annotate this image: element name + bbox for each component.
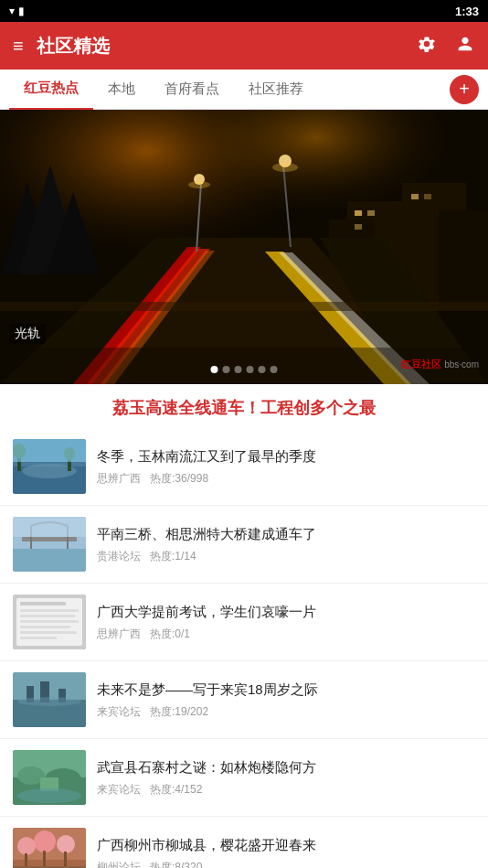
svg-rect-11: [367, 210, 375, 216]
svg-point-25: [188, 181, 210, 188]
news-meta-6: 柳州论坛 热度:8/320: [97, 860, 475, 868]
svg-rect-50: [20, 620, 79, 623]
svg-rect-51: [20, 626, 70, 628]
status-icons: ▾ ▮: [9, 5, 25, 17]
tab-hot[interactable]: 红豆热点: [9, 70, 93, 110]
svg-rect-74: [64, 852, 67, 868]
user-icon[interactable]: [455, 34, 475, 59]
battery-icon: ▮: [18, 5, 25, 17]
dot-4: [247, 366, 254, 373]
news-thumb-4: [13, 672, 86, 727]
svg-point-28: [272, 163, 298, 172]
news-item-2[interactable]: 平南三桥、相思洲特大桥建成通车了 贵港论坛 热度:1/14: [0, 506, 488, 584]
svg-rect-53: [20, 637, 57, 639]
news-thumb-3: [13, 595, 86, 649]
svg-rect-12: [355, 224, 362, 230]
svg-point-71: [57, 835, 75, 853]
svg-rect-38: [13, 439, 86, 462]
svg-point-60: [17, 697, 81, 706]
tab-local[interactable]: 本地: [93, 70, 150, 110]
tab-community[interactable]: 社区推荐: [234, 70, 318, 110]
news-content-5: 武宣县石寨村之谜：如林炮楼隐何方 来宾论坛 热度:4/152: [97, 757, 475, 798]
dot-5: [259, 366, 266, 373]
menu-icon[interactable]: ≡: [13, 36, 24, 57]
svg-rect-13: [411, 194, 419, 199]
svg-rect-72: [25, 853, 27, 868]
news-meta-2: 贵港论坛 热度:1/14: [97, 549, 475, 564]
app-header: ≡ 社区精选: [0, 22, 488, 70]
news-title-5: 武宣县石寨村之谜：如林炮楼隐何方: [97, 757, 475, 777]
dot-3: [235, 366, 242, 373]
news-item-5[interactable]: 武宣县石寨村之谜：如林炮楼隐何方 来宾论坛 热度:4/152: [0, 739, 488, 817]
svg-rect-73: [43, 851, 46, 868]
news-thumb-5: [13, 750, 86, 805]
svg-rect-44: [13, 517, 86, 537]
banner-dots: [211, 366, 278, 373]
news-list: 冬季，玉林南流江又到了最早的季度 思辨广西 热度:36/998 平南三桥、相思洲…: [0, 428, 488, 868]
svg-rect-29: [0, 302, 488, 311]
news-meta-4: 来宾论坛 热度:19/202: [97, 704, 475, 720]
svg-point-69: [17, 837, 36, 855]
news-meta-3: 思辨广西 热度:0/1: [97, 627, 475, 642]
headline: 荔玉高速全线通车！工程创多个之最: [0, 384, 488, 428]
svg-point-70: [34, 830, 56, 852]
svg-rect-52: [20, 631, 77, 634]
banner-label: 光轨: [9, 324, 46, 344]
news-title-6: 广西柳州市柳城县，樱花盛开迎春来: [97, 835, 475, 854]
svg-rect-9: [439, 210, 488, 311]
dot-1: [211, 366, 218, 373]
dot-6: [271, 366, 278, 373]
tab-bar: 红豆热点 本地 首府看点 社区推荐 +: [0, 70, 488, 110]
header-left: ≡ 社区精选: [13, 34, 110, 59]
svg-rect-48: [20, 609, 79, 612]
news-title-3: 广西大学提前考试，学生们哀嚎一片: [97, 602, 475, 621]
news-meta-1: 思辨广西 热度:36/998: [97, 471, 475, 487]
svg-rect-10: [355, 210, 362, 216]
status-time: 1:33: [455, 5, 479, 18]
banner: 光轨 红豆社区 bbs·com: [0, 110, 488, 384]
news-meta-5: 来宾论坛 热度:4/152: [97, 782, 475, 798]
tab-add-button[interactable]: +: [450, 75, 479, 104]
news-content-4: 未来不是梦——写于来宾18周岁之际 来宾论坛 热度:19/202: [97, 680, 475, 720]
camera-icon[interactable]: [417, 34, 437, 59]
news-content-6: 广西柳州市柳城县，樱花盛开迎春来 柳州论坛 热度:8/320: [97, 835, 475, 868]
news-thumb-6: [13, 828, 86, 868]
tab-capital[interactable]: 首府看点: [150, 70, 234, 110]
svg-point-66: [17, 788, 81, 803]
news-content-2: 平南三桥、相思洲特大桥建成通车了 贵港论坛 热度:1/14: [97, 524, 475, 564]
news-title-4: 未来不是梦——写于来宾18周岁之际: [97, 680, 475, 699]
dot-2: [223, 366, 230, 373]
svg-rect-49: [20, 615, 75, 617]
news-item-1[interactable]: 冬季，玉林南流江又到了最早的季度 思辨广西 热度:36/998: [0, 428, 488, 506]
news-content-3: 广西大学提前考试，学生们哀嚎一片 思辨广西 热度:0/1: [97, 602, 475, 642]
svg-rect-40: [13, 549, 86, 572]
news-item-6[interactable]: 广西柳州市柳城县，樱花盛开迎春来 柳州论坛 热度:8/320: [0, 817, 488, 868]
news-title-1: 冬季，玉林南流江又到了最早的季度: [97, 446, 475, 466]
status-bar: ▾ ▮ 1:33: [0, 0, 488, 22]
news-item-3[interactable]: 广西大学提前考试，学生们哀嚎一片 思辨广西 热度:0/1: [0, 584, 488, 661]
news-item-4[interactable]: 未来不是梦——写于来宾18周岁之际 来宾论坛 热度:19/202: [0, 661, 488, 739]
news-thumb-1: [13, 439, 86, 494]
header-title: 社区精选: [37, 34, 110, 59]
header-right: [417, 34, 475, 59]
news-thumb-2: [13, 517, 86, 572]
news-content-1: 冬季，玉林南流江又到了最早的季度 思辨广西 热度:36/998: [97, 446, 475, 487]
news-title-2: 平南三桥、相思洲特大桥建成通车了: [97, 524, 475, 543]
banner-watermark: 红豆社区 bbs·com: [401, 358, 479, 371]
svg-rect-47: [20, 602, 66, 605]
svg-rect-14: [424, 194, 431, 199]
wifi-icon: ▾: [9, 5, 15, 17]
